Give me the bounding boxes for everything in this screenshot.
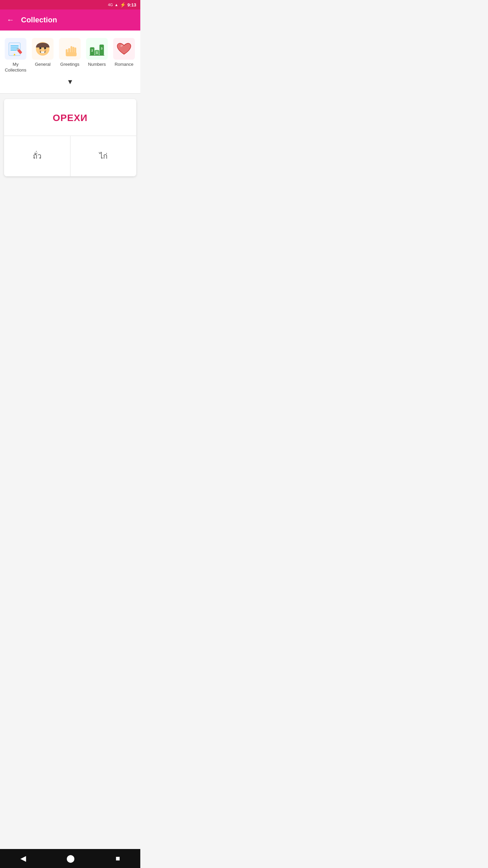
- svg-text:1: 1: [96, 51, 98, 54]
- category-item-numbers[interactable]: 2 1 3 Numbers: [84, 37, 110, 69]
- svg-point-12: [40, 50, 41, 51]
- word-card: ОРЕХИ ถั่ว ไก่: [4, 99, 136, 176]
- card-option-2[interactable]: ไก่: [70, 136, 137, 176]
- status-icons: 4G ▲ ⚡ 9:13: [108, 2, 136, 7]
- svg-text:3: 3: [101, 47, 102, 50]
- category-label-romance: Romance: [115, 62, 134, 67]
- page-title: Collection: [21, 16, 57, 24]
- category-label-general: General: [35, 62, 50, 67]
- svg-rect-29: [89, 55, 104, 56]
- category-item-general[interactable]: General: [30, 37, 56, 69]
- battery-icon: ⚡: [120, 2, 126, 7]
- back-button[interactable]: ←: [5, 14, 16, 26]
- signal-icon: ▲: [115, 3, 118, 7]
- status-bar: 4G ▲ ⚡ 9:13: [0, 0, 140, 9]
- numbers-icon: 2 1 3: [86, 38, 108, 60]
- category-item-my-collections[interactable]: My Collections: [3, 37, 28, 75]
- network-label: 4G: [108, 3, 113, 7]
- chevron-row[interactable]: ▼: [0, 75, 140, 91]
- category-item-emergency[interactable]: Emergency: [138, 37, 140, 75]
- card-title: ОРЕХИ: [4, 99, 136, 136]
- svg-rect-2: [11, 45, 19, 46]
- card-option-1[interactable]: ถั่ว: [4, 136, 70, 176]
- header: ← Collection: [0, 9, 140, 31]
- category-item-greetings[interactable]: Greetings: [57, 37, 83, 69]
- category-divider: [0, 93, 140, 94]
- greetings-icon: [59, 38, 81, 60]
- category-label-greetings: Greetings: [60, 62, 79, 67]
- category-label-my-collections: My Collections: [5, 62, 26, 73]
- chevron-down-icon[interactable]: ▼: [67, 78, 74, 86]
- romance-icon: [113, 38, 135, 60]
- category-item-romance[interactable]: Romance: [111, 37, 137, 69]
- svg-point-13: [44, 50, 45, 50]
- svg-point-14: [45, 50, 46, 51]
- category-strip: My Collections: [0, 31, 140, 93]
- svg-point-11: [39, 50, 40, 50]
- svg-rect-16: [41, 53, 44, 53]
- svg-point-9: [39, 47, 41, 49]
- category-label-numbers: Numbers: [88, 62, 106, 67]
- svg-point-10: [44, 47, 46, 49]
- my-collections-icon: [5, 38, 26, 60]
- category-scroll: My Collections: [0, 37, 140, 75]
- svg-text:2: 2: [91, 49, 93, 52]
- time-label: 9:13: [127, 2, 136, 7]
- svg-rect-4: [11, 50, 17, 51]
- svg-rect-3: [11, 47, 19, 48]
- svg-rect-22: [66, 52, 77, 56]
- general-icon: [32, 38, 54, 60]
- card-options: ถั่ว ไก่: [4, 136, 136, 176]
